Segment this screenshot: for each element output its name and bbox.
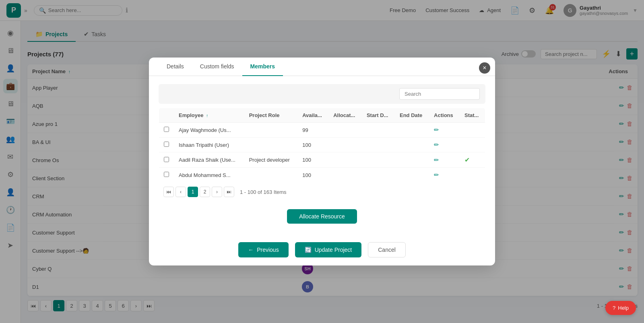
col-start: Start D... bbox=[362, 108, 395, 123]
modal-tabs: Details Custom fields Members bbox=[149, 58, 495, 76]
role-cell bbox=[244, 138, 298, 152]
row-edit-icon[interactable]: ✏ bbox=[434, 141, 439, 148]
role-cell: Project developer bbox=[244, 152, 298, 168]
start-cell bbox=[362, 138, 395, 152]
modal-footer: ← Previous 🔄 Update Project Cancel bbox=[149, 236, 495, 265]
modal-close-button[interactable]: × bbox=[479, 62, 490, 74]
modal-tab-custom-fields[interactable]: Custom fields bbox=[192, 58, 242, 76]
modal-tab-details[interactable]: Details bbox=[159, 58, 192, 76]
row-checkbox[interactable] bbox=[164, 142, 169, 147]
help-button[interactable]: ? Help bbox=[605, 301, 636, 315]
employee-sort-icon[interactable]: ↑ bbox=[206, 113, 208, 118]
table-row: Ishaan Tripathi (User) 100 ✏ bbox=[159, 138, 485, 152]
end-cell bbox=[395, 152, 429, 168]
inner-pag-info: 1 - 100 of 163 Items bbox=[240, 189, 287, 195]
role-cell bbox=[244, 168, 298, 183]
row-edit-icon[interactable]: ✏ bbox=[434, 126, 439, 133]
end-cell bbox=[395, 123, 429, 138]
status-cell: ✔ bbox=[460, 152, 485, 168]
inner-pag-last[interactable]: ⏭ bbox=[224, 187, 234, 197]
actions-cell: ✏ bbox=[429, 138, 460, 152]
row-checkbox-cell bbox=[159, 168, 174, 183]
row-checkbox-cell bbox=[159, 123, 174, 138]
start-cell bbox=[362, 168, 395, 183]
cancel-button[interactable]: Cancel bbox=[368, 242, 406, 257]
start-cell bbox=[362, 152, 395, 168]
role-cell bbox=[244, 123, 298, 138]
alloc-cell bbox=[328, 152, 362, 168]
alloc-cell bbox=[328, 138, 362, 152]
members-table: Employee ↑ Project Role Availa... Alloca… bbox=[159, 108, 485, 183]
actions-cell: ✏ bbox=[429, 168, 460, 183]
col-employee: Employee ↑ bbox=[174, 108, 244, 123]
row-edit-icon[interactable]: ✏ bbox=[434, 171, 439, 178]
allocate-resource-button[interactable]: Allocate Resource bbox=[287, 209, 357, 224]
update-project-button[interactable]: 🔄 Update Project bbox=[295, 242, 362, 257]
status-check-icon: ✔ bbox=[464, 156, 470, 163]
status-cell bbox=[460, 168, 485, 183]
col-end: End Date bbox=[395, 108, 429, 123]
modal-tab-members[interactable]: Members bbox=[242, 58, 283, 76]
inner-pag-page-2[interactable]: 2 bbox=[200, 187, 210, 197]
table-row: Ajay Waghmode (Us... 99 ✏ bbox=[159, 123, 485, 138]
employee-cell: Abdul Mohammed S... bbox=[174, 168, 244, 183]
employee-cell: Aadil Raza Shaik (Use... bbox=[174, 152, 244, 168]
row-edit-icon[interactable]: ✏ bbox=[434, 156, 439, 163]
row-checkbox[interactable] bbox=[164, 172, 169, 177]
modal-overlay: × Details Custom fields Members Employee bbox=[0, 0, 644, 323]
col-alloc: Allocat... bbox=[328, 108, 362, 123]
col-checkbox bbox=[159, 108, 174, 123]
col-avail: Availa... bbox=[297, 108, 328, 123]
col-role: Project Role bbox=[244, 108, 298, 123]
status-cell bbox=[460, 123, 485, 138]
inner-pag-first[interactable]: ⏮ bbox=[163, 187, 174, 197]
employee-cell: Ishaan Tripathi (User) bbox=[174, 138, 244, 152]
modal: × Details Custom fields Members Employee bbox=[149, 58, 495, 265]
table-row: Abdul Mohammed S... 100 ✏ bbox=[159, 168, 485, 183]
col-actions: Actions bbox=[429, 108, 460, 123]
actions-cell: ✏ bbox=[429, 152, 460, 168]
col-status: Stat... bbox=[460, 108, 485, 123]
previous-button[interactable]: ← Previous bbox=[238, 242, 288, 257]
row-checkbox[interactable] bbox=[164, 127, 169, 132]
allocate-wrap: Allocate Resource bbox=[159, 209, 485, 224]
arrow-left-icon: ← bbox=[248, 247, 254, 253]
inner-pag-next[interactable]: › bbox=[212, 187, 222, 197]
table-row: Aadil Raza Shaik (Use... Project develop… bbox=[159, 152, 485, 168]
alloc-cell bbox=[328, 168, 362, 183]
employee-cell: Ajay Waghmode (Us... bbox=[174, 123, 244, 138]
avail-cell: 99 bbox=[297, 123, 328, 138]
inner-pag-page-1[interactable]: 1 bbox=[188, 187, 198, 197]
status-cell bbox=[460, 138, 485, 152]
refresh-icon: 🔄 bbox=[305, 247, 312, 253]
inner-pagination: ⏮ ‹ 1 2 › ⏭ 1 - 100 of 163 Items bbox=[159, 183, 485, 201]
end-cell bbox=[395, 138, 429, 152]
avail-cell: 100 bbox=[297, 152, 328, 168]
inner-pag-prev[interactable]: ‹ bbox=[175, 187, 186, 197]
help-icon: ? bbox=[613, 305, 615, 311]
avail-cell: 100 bbox=[297, 168, 328, 183]
modal-body: Employee ↑ Project Role Availa... Alloca… bbox=[149, 76, 495, 236]
end-cell bbox=[395, 168, 429, 183]
members-search-input[interactable] bbox=[399, 88, 480, 100]
alloc-cell bbox=[328, 123, 362, 138]
start-cell bbox=[362, 123, 395, 138]
avail-cell: 100 bbox=[297, 138, 328, 152]
row-checkbox-cell bbox=[159, 138, 174, 152]
row-checkbox[interactable] bbox=[164, 157, 169, 162]
row-checkbox-cell bbox=[159, 152, 174, 168]
actions-cell: ✏ bbox=[429, 123, 460, 138]
